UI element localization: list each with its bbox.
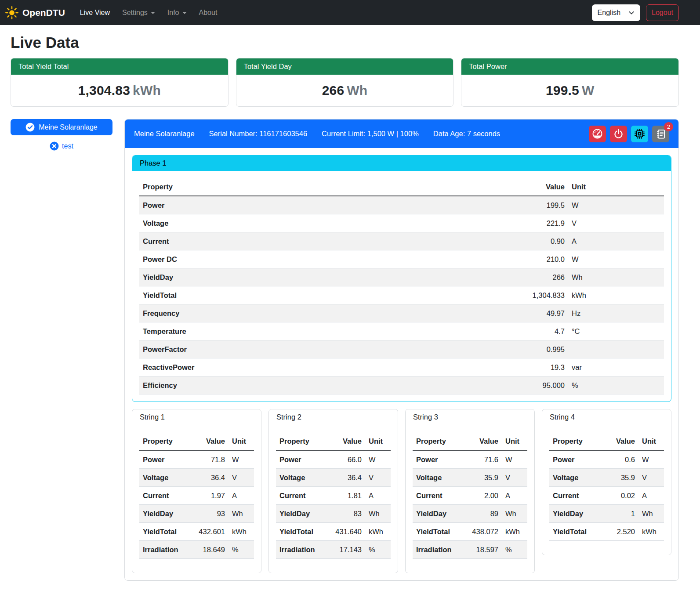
unit-cell: A [502, 487, 527, 505]
summary-card-unit: W [582, 83, 595, 98]
nav-item-label: Info [167, 9, 179, 17]
property-cell: Power [139, 450, 191, 469]
table-row: Irradiation18.597% [413, 541, 527, 559]
unit-cell: W [228, 450, 254, 469]
summary-card-value: 266 [322, 83, 345, 98]
column-header-value: Value [601, 432, 638, 450]
property-cell: YieldDay [139, 268, 519, 286]
table-row: Current1.97A [139, 487, 254, 505]
table-row: ReactivePower19.3var [139, 358, 664, 376]
brand-label: OpenDTU [22, 7, 65, 18]
nav-item-live-view[interactable]: Live View [75, 5, 115, 20]
unit-cell: % [228, 541, 254, 559]
property-cell: Power [276, 450, 327, 469]
value-cell: 199.5 [519, 196, 568, 214]
phase-1-body: Property Value Unit Power199.5WVoltage22… [132, 171, 671, 402]
unit-cell: kWh [638, 523, 664, 541]
column-header-property: Property [139, 178, 519, 196]
property-cell: Power [549, 450, 601, 469]
language-select[interactable]: English [592, 4, 640, 21]
string-4-table: Property Value Unit Power0.6WVoltage35.9… [549, 432, 664, 541]
nav-item-about[interactable]: About [194, 5, 223, 20]
table-row: YieldTotal2.520kWh [549, 523, 664, 541]
property-cell: PowerFactor [139, 340, 519, 358]
property-cell: YieldDay [139, 505, 191, 523]
value-cell: 438.072 [464, 523, 502, 541]
inverter-data-age: Data Age: 7 seconds [433, 130, 500, 138]
value-cell: 0.02 [601, 487, 638, 505]
value-cell: 1 [601, 505, 638, 523]
unit-cell: A [638, 487, 664, 505]
event-log-button[interactable]: 2 [652, 126, 669, 142]
cpu-icon [634, 128, 645, 139]
nav-item-info[interactable]: Info [162, 5, 192, 20]
caret-down-icon [151, 12, 155, 14]
table-row: Voltage36.4V [139, 469, 254, 487]
property-cell: Current [413, 487, 464, 505]
value-cell: 35.9 [601, 469, 638, 487]
table-header-row: Property Value Unit [413, 432, 527, 450]
brand-link[interactable]: OpenDTU [5, 6, 65, 19]
summary-card-unit: kWh [133, 83, 161, 98]
power-button[interactable] [610, 126, 627, 142]
inverter-name: Meine Solaranlage [134, 130, 195, 138]
nav-item-settings[interactable]: Settings [117, 5, 160, 20]
string-1-card: String 1 Property Value Unit [132, 409, 261, 573]
inverter-item-test[interactable]: test [11, 141, 112, 151]
property-cell: Voltage [139, 214, 519, 232]
summary-card-title: Total Power [461, 58, 678, 75]
unit-cell: V [568, 214, 664, 232]
table-row: YieldTotal431.640kWh [276, 523, 391, 541]
phase-1-title: Phase 1 [132, 156, 671, 171]
device-info-button[interactable] [631, 126, 648, 142]
summary-card-total-yield-day: Total Yield Day 266Wh [236, 58, 454, 107]
inverter-sidebar: Meine Solaranlage test [11, 119, 112, 151]
logout-button[interactable]: Logout [646, 4, 679, 21]
property-cell: Voltage [276, 469, 327, 487]
summary-row: Total Yield Total 1,304.83kWh Total Yiel… [11, 58, 679, 107]
property-cell: Power DC [139, 250, 519, 268]
property-cell: Frequency [139, 304, 519, 322]
table-row: Power DC210.0W [139, 250, 664, 268]
limit-settings-button[interactable] [589, 126, 606, 142]
inverter-item-label: test [62, 142, 73, 150]
property-cell: Current [276, 487, 327, 505]
unit-cell: kWh [502, 523, 527, 541]
table-row: Current2.00A [413, 487, 527, 505]
unit-cell: °C [568, 322, 664, 340]
table-row: Irradiation18.649% [139, 541, 254, 559]
check-circle-icon [25, 123, 35, 132]
phase-1-card: Phase 1 Property Value Unit P [132, 155, 671, 402]
inverter-limit: Current Limit: 1,500 W | 100% [322, 130, 419, 138]
string-1-body: Property Value Unit Power71.8WVoltage36.… [132, 425, 261, 573]
value-cell: 49.97 [519, 304, 568, 322]
table-row: Irradiation17.143% [276, 541, 391, 559]
chevron-down-icon [628, 10, 635, 16]
navbar-right: English Logout [592, 4, 679, 21]
value-cell: 36.4 [191, 469, 228, 487]
unit-cell: W [502, 450, 527, 469]
property-cell: Temperature [139, 322, 519, 340]
unit-cell: Hz [568, 304, 664, 322]
table-row: YieldTotal1,304.833kWh [139, 286, 664, 304]
inverter-select-button[interactable]: Meine Solaranlage [11, 119, 112, 135]
table-row: Power0.6W [549, 450, 664, 469]
value-cell: 89 [464, 505, 502, 523]
property-cell: Power [139, 196, 519, 214]
unit-cell: V [502, 469, 527, 487]
inverter-card-body: Phase 1 Property Value Unit P [125, 148, 678, 580]
value-cell: 71.8 [191, 450, 228, 469]
unit-cell: W [365, 450, 391, 469]
nav-links: Live View Settings Info About [75, 5, 223, 20]
table-header-row: Property Value Unit [139, 432, 254, 450]
unit-cell [568, 340, 664, 358]
unit-cell: kWh [228, 523, 254, 541]
property-cell: Efficiency [139, 376, 519, 394]
column-header-property: Property [549, 432, 601, 450]
value-cell: 35.9 [464, 469, 502, 487]
table-row: YieldDay93Wh [139, 505, 254, 523]
table-row: Current0.02A [549, 487, 664, 505]
property-cell: YieldDay [413, 505, 464, 523]
value-cell: 2.00 [464, 487, 502, 505]
inverter-card-header: Meine Solaranlage Serial Number: 1161716… [125, 119, 678, 148]
